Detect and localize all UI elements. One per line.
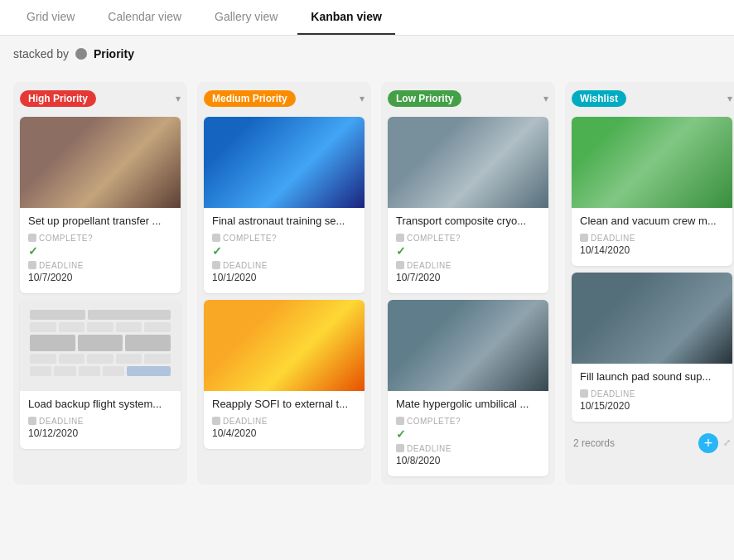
deadline-value-c3: 10/1/2020 [212,272,356,283]
complete-icon-c3 [212,234,220,242]
card-c3[interactable]: Final astronaut training se... COMPLETE?… [204,117,365,293]
column-header-low: Low Priority ▾ [388,90,548,107]
card-title-c1: Set up propellant transfer ... [28,215,172,229]
expand-icon-wishlist[interactable]: ⤢ [723,437,731,448]
deadline-icon-c3 [212,261,220,269]
records-count-wishlist: 2 records [573,437,615,449]
column-chevron-medium[interactable]: ▾ [360,93,365,104]
complete-value-c6: ✓ [396,427,540,441]
deadline-label-c6: DEADLINE [407,444,452,453]
column-chevron-wishlist[interactable]: ▾ [727,93,732,104]
deadline-label-c3: DEADLINE [223,261,268,270]
deadline-label-c4: DEADLINE [223,417,268,426]
tab-kanban[interactable]: Kanban view [297,0,395,35]
deadline-label-c7: DEADLINE [591,234,635,243]
deadline-label-c5: DEADLINE [407,261,452,270]
tab-grid[interactable]: Grid view [13,0,88,35]
column-high: High Priority ▾ Set up propellant transf… [13,82,187,485]
complete-label-c3: COMPLETE? [223,234,277,243]
column-badge-medium[interactable]: Medium Priority [204,90,296,107]
priority-dot-icon [75,48,87,60]
top-nav: Grid view Calendar view Gallery view Kan… [0,0,734,36]
deadline-value-c5: 10/7/2020 [396,272,540,283]
deadline-value-c7: 10/14/2020 [580,244,724,256]
column-wishlist: Wishlist ▾ Clean and vacuum crew m... DE… [565,82,734,485]
column-header-medium: Medium Priority ▾ [204,90,365,107]
complete-value-c3: ✓ [212,244,356,258]
tab-calendar[interactable]: Calendar view [94,0,195,35]
card-c7[interactable]: Clean and vacuum crew m... DEADLINE 10/1… [572,117,732,266]
deadline-value-c8: 10/15/2020 [580,400,724,412]
deadline-label-c2: DEADLINE [39,417,84,426]
card-title-c7: Clean and vacuum crew m... [580,215,724,229]
column-badge-wishlist[interactable]: Wishlist [572,90,626,107]
column-chevron-high[interactable]: ▾ [176,93,181,104]
complete-icon-c1 [28,234,36,242]
card-c4[interactable]: Reapply SOFI to external t... DEADLINE 1… [204,300,365,449]
deadline-icon-c7 [580,234,588,242]
deadline-icon-c6 [396,444,404,452]
kanban-board: High Priority ▾ Set up propellant transf… [0,72,734,495]
deadline-icon-c2 [28,417,36,425]
complete-value-c5: ✓ [396,244,540,258]
complete-label-c1: COMPLETE? [39,234,93,243]
deadline-icon-c1 [28,261,36,269]
tab-gallery[interactable]: Gallery view [201,0,291,35]
card-title-c4: Reapply SOFI to external t... [212,398,356,412]
column-badge-low[interactable]: Low Priority [388,90,461,107]
column-footer-wishlist: 2 records + ⤢ [572,430,732,456]
card-c1[interactable]: Set up propellant transfer ... COMPLETE?… [20,117,181,293]
deadline-label-c8: DEADLINE [591,389,635,398]
deadline-icon-c4 [212,417,220,425]
column-low: Low Priority ▾ Transport composite cryo.… [381,82,555,485]
column-header-wishlist: Wishlist ▾ [572,90,732,107]
complete-label-c5: COMPLETE? [407,234,461,243]
card-title-c5: Transport composite cryo... [396,215,540,229]
complete-label-c6: COMPLETE? [407,417,461,426]
deadline-value-c1: 10/7/2020 [28,272,172,283]
deadline-value-c4: 10/4/2020 [212,427,356,439]
card-title-c3: Final astronaut training se... [212,215,356,229]
column-header-high: High Priority ▾ [20,90,181,107]
card-c2[interactable]: Load backup flight system... DEADLINE 10… [20,300,181,449]
card-c5[interactable]: Transport composite cryo... COMPLETE? ✓ … [388,117,548,293]
card-title-c8: Fill launch pad sound sup... [580,370,724,384]
card-c6[interactable]: Mate hypergolic umbilical ... COMPLETE? … [388,300,548,476]
column-chevron-low[interactable]: ▾ [543,93,548,104]
deadline-label-c1: DEADLINE [39,261,84,270]
add-card-button-wishlist[interactable]: + [698,433,718,453]
complete-icon-c5 [396,234,404,242]
complete-icon-c6 [396,417,404,425]
deadline-icon-c5 [396,261,404,269]
deadline-value-c2: 10/12/2020 [28,427,172,439]
column-medium: Medium Priority ▾ Final astronaut traini… [197,82,371,485]
card-c8[interactable]: Fill launch pad sound sup... DEADLINE 10… [572,273,732,422]
card-title-c6: Mate hypergolic umbilical ... [396,398,540,412]
column-badge-high[interactable]: High Priority [20,90,96,107]
complete-value-c1: ✓ [28,244,172,258]
card-title-c2: Load backup flight system... [28,398,172,412]
deadline-icon-c8 [580,389,588,398]
stacked-prefix: stacked by [13,47,69,60]
stacked-field: Priority [94,47,134,60]
deadline-value-c6: 10/8/2020 [396,455,540,466]
stacked-by-bar: stacked by Priority [0,36,734,72]
